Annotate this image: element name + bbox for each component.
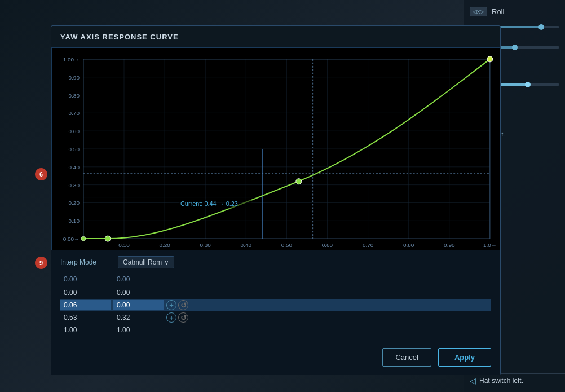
- svg-text:0.30: 0.30: [200, 242, 211, 248]
- table-header: 0.00 0.00: [60, 273, 491, 285]
- table-row[interactable]: 0.00 0.00: [60, 287, 491, 299]
- table-row[interactable]: 0.53 0.32 + ↺: [60, 311, 491, 324]
- data-table: 0.00 0.00 0.00 0.00 0.06 0.00 + ↺ 0.53 0: [60, 273, 491, 336]
- hat-row: ◁ Hat switch left.: [464, 373, 565, 387]
- svg-text:0.60: 0.60: [322, 242, 333, 248]
- reset-point-btn-2[interactable]: ↺: [178, 312, 188, 323]
- row-actions: + ↺: [166, 300, 188, 310]
- interp-label: Interp Mode: [60, 258, 111, 266]
- svg-text:1.0→: 1.0→: [483, 242, 497, 248]
- hat-label: Hat switch left.: [479, 377, 523, 385]
- col1-header: 0.00: [60, 274, 111, 284]
- cell-r0-c1: 0.00: [60, 288, 111, 298]
- apply-button[interactable]: Apply: [438, 348, 491, 367]
- table-row[interactable]: 1.00 1.00: [60, 324, 491, 336]
- svg-text:0.10: 0.10: [69, 218, 80, 224]
- response-curve-chart: 1.00→ 0.90 0.80 0.70 0.60 0.50 0.40 0.30…: [52, 48, 500, 250]
- modal-dialog: YAW AXIS RESPONSE CURVE: [51, 25, 501, 375]
- data-area: Interp Mode Catmull Rom ∨ 0.00 0.00 0.00…: [51, 250, 500, 342]
- cell-r2-c1: 0.53: [60, 312, 111, 323]
- col2-header: 0.00: [113, 274, 164, 284]
- add-point-btn[interactable]: +: [166, 300, 176, 310]
- svg-point-51: [487, 56, 493, 62]
- svg-text:0.90: 0.90: [69, 74, 80, 81]
- cell-r1-c1: 0.06: [60, 300, 111, 310]
- cell-r3-c2: 1.00: [113, 325, 164, 335]
- svg-text:0.50: 0.50: [281, 242, 293, 248]
- add-point-btn-2[interactable]: +: [166, 312, 176, 323]
- svg-point-50: [296, 179, 302, 184]
- svg-text:0.60: 0.60: [69, 128, 80, 134]
- badge-9: 9: [35, 257, 47, 269]
- svg-text:0.00→: 0.00→: [63, 236, 80, 242]
- right-panel-top: ◁x▷ Roll: [464, 5, 565, 19]
- roll-label: Roll: [492, 7, 504, 16]
- row-actions-2: + ↺: [166, 312, 188, 323]
- table-row[interactable]: 0.06 0.00 + ↺: [60, 299, 491, 311]
- cell-r0-c2: 0.00: [113, 288, 164, 298]
- cell-r3-c1: 1.00: [60, 325, 111, 335]
- interp-select[interactable]: Catmull Rom ∨: [118, 256, 174, 268]
- svg-text:0.20: 0.20: [69, 200, 80, 206]
- svg-text:0.40: 0.40: [69, 164, 80, 170]
- svg-text:0.10: 0.10: [118, 242, 130, 248]
- svg-text:1.00→: 1.00→: [63, 56, 80, 63]
- badge-6: 6: [35, 168, 47, 180]
- svg-text:0.20: 0.20: [159, 242, 170, 248]
- cell-r2-c2: 0.32: [113, 312, 164, 323]
- interp-row: Interp Mode Catmull Rom ∨: [60, 256, 491, 268]
- svg-text:0.50: 0.50: [69, 146, 80, 152]
- cancel-button[interactable]: Cancel: [382, 348, 431, 367]
- svg-text:0.90: 0.90: [444, 242, 455, 248]
- svg-point-48: [81, 236, 86, 241]
- svg-text:0.70: 0.70: [69, 110, 80, 116]
- svg-text:0.80: 0.80: [69, 93, 80, 99]
- modal-title: YAW AXIS RESPONSE CURVE: [51, 26, 500, 47]
- reset-point-btn[interactable]: ↺: [178, 300, 188, 310]
- modal-footer: Cancel Apply: [51, 342, 500, 375]
- svg-text:0.30: 0.30: [69, 182, 80, 188]
- chart-area[interactable]: 1.00→ 0.90 0.80 0.70 0.60 0.50 0.40 0.30…: [51, 47, 500, 250]
- svg-point-49: [105, 236, 111, 241]
- svg-text:Current: 0.44 → 0.23: Current: 0.44 → 0.23: [180, 200, 238, 207]
- interp-value: Catmull Rom: [123, 258, 162, 266]
- svg-text:0.70: 0.70: [363, 242, 374, 248]
- chevron-down-icon: ∨: [164, 258, 169, 266]
- svg-text:0.40: 0.40: [241, 242, 252, 248]
- code-icon: ◁x▷: [470, 7, 487, 16]
- cell-r1-c2: 0.00: [113, 300, 164, 310]
- chevron-left-icon[interactable]: ◁: [470, 376, 476, 385]
- svg-text:0.80: 0.80: [403, 242, 414, 248]
